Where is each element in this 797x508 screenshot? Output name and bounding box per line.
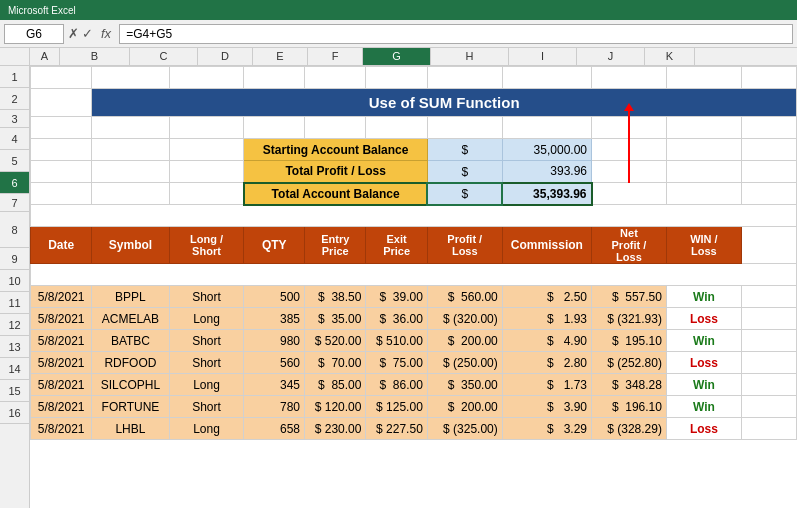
cell-pl-3[interactable]: $ (250.00)	[427, 352, 502, 374]
cell-ls-4[interactable]: Long	[169, 374, 244, 396]
cell-qty-2[interactable]: 980	[244, 330, 305, 352]
row-num-1[interactable]: 1	[0, 66, 29, 88]
main-title-cell[interactable]: Use of SUM Function	[92, 89, 797, 117]
cell-sym-3[interactable]: RDFOOD	[92, 352, 169, 374]
cell-reference-input[interactable]: G6	[4, 24, 64, 44]
cell-win-3[interactable]: Loss	[666, 352, 741, 374]
row-num-8[interactable]: 8	[0, 212, 29, 248]
cell-ls-6[interactable]: Long	[169, 418, 244, 440]
cell-exp-4[interactable]: $ 86.00	[366, 374, 427, 396]
cell-B4[interactable]	[92, 139, 169, 161]
cell-qty-5[interactable]: 780	[244, 396, 305, 418]
cell-J4[interactable]	[666, 139, 741, 161]
row-num-16[interactable]: 16	[0, 402, 29, 424]
cell-E3[interactable]	[305, 117, 366, 139]
cell-K5[interactable]	[741, 161, 796, 183]
cell-A4[interactable]	[31, 139, 92, 161]
col-header-F[interactable]: F	[308, 48, 363, 65]
cell-date-4[interactable]: 5/8/2021	[31, 374, 92, 396]
col-header-B[interactable]: B	[60, 48, 130, 65]
cell-npl-2[interactable]: $ 195.10	[592, 330, 667, 352]
cell-date-1[interactable]: 5/8/2021	[31, 308, 92, 330]
cell-date-6[interactable]: 5/8/2021	[31, 418, 92, 440]
cell-B3[interactable]	[92, 117, 169, 139]
cell-win-4[interactable]: Win	[666, 374, 741, 396]
cell-A2[interactable]	[31, 89, 92, 117]
cell-A6[interactable]	[31, 183, 92, 205]
cell-ls-1[interactable]: Long	[169, 308, 244, 330]
cell-C1[interactable]	[169, 67, 244, 89]
row-num-13[interactable]: 13	[0, 336, 29, 358]
row-num-3[interactable]: 3	[0, 110, 29, 128]
cell-pl-5[interactable]: $ 200.00	[427, 396, 502, 418]
row-num-2[interactable]: 2	[0, 88, 29, 110]
cell-npl-5[interactable]: $ 196.10	[592, 396, 667, 418]
cell-A3[interactable]	[31, 117, 92, 139]
cell-qty-0[interactable]: 500	[244, 286, 305, 308]
cell-D6-label[interactable]: Total Account Balance	[244, 183, 427, 205]
cell-comm-3[interactable]: $ 2.80	[502, 352, 591, 374]
cell-F1[interactable]	[366, 67, 427, 89]
cell-win-5[interactable]: Win	[666, 396, 741, 418]
row-num-7[interactable]: 7	[0, 194, 29, 212]
cell-qty-3[interactable]: 560	[244, 352, 305, 374]
row-num-15[interactable]: 15	[0, 380, 29, 402]
cell-pl-6[interactable]: $ (325.00)	[427, 418, 502, 440]
cell-sym-2[interactable]: BATBC	[92, 330, 169, 352]
cell-A1[interactable]	[31, 67, 92, 89]
cell-npl-4[interactable]: $ 348.28	[592, 374, 667, 396]
cell-ep-1[interactable]: $ 35.00	[305, 308, 366, 330]
cell-pl-0[interactable]: $ 560.00	[427, 286, 502, 308]
cell-pl-1[interactable]: $ (320.00)	[427, 308, 502, 330]
cell-F3[interactable]	[366, 117, 427, 139]
cell-comm-0[interactable]: $ 2.50	[502, 286, 591, 308]
cell-G5-dollar[interactable]: $	[427, 161, 502, 183]
row-num-9[interactable]: 9	[0, 248, 29, 270]
cell-J6[interactable]	[666, 183, 741, 205]
cell-H3[interactable]	[502, 117, 591, 139]
cell-C5[interactable]	[169, 161, 244, 183]
cell-comm-1[interactable]: $ 1.93	[502, 308, 591, 330]
cell-ls-3[interactable]: Short	[169, 352, 244, 374]
col-header-G[interactable]: G	[363, 48, 431, 65]
cell-ep-5[interactable]: $ 120.00	[305, 396, 366, 418]
cell-ls-0[interactable]: Short	[169, 286, 244, 308]
cell-H6-value[interactable]: 35,393.96	[502, 183, 591, 205]
cell-exp-5[interactable]: $ 125.00	[366, 396, 427, 418]
row-num-11[interactable]: 11	[0, 292, 29, 314]
cell-ep-4[interactable]: $ 85.00	[305, 374, 366, 396]
col-header-E[interactable]: E	[253, 48, 308, 65]
formula-input[interactable]: =G4+G5	[119, 24, 793, 44]
cell-win-2[interactable]: Win	[666, 330, 741, 352]
cell-H4-value[interactable]: 35,000.00	[502, 139, 591, 161]
cell-date-3[interactable]: 5/8/2021	[31, 352, 92, 374]
cell-exp-3[interactable]: $ 75.00	[366, 352, 427, 374]
cell-J1[interactable]	[666, 67, 741, 89]
cell-sym-1[interactable]: ACMELAB	[92, 308, 169, 330]
cell-ep-0[interactable]: $ 38.50	[305, 286, 366, 308]
col-header-D[interactable]: D	[198, 48, 253, 65]
cell-comm-6[interactable]: $ 3.29	[502, 418, 591, 440]
cell-sym-5[interactable]: FORTUNE	[92, 396, 169, 418]
row-num-6[interactable]: 6	[0, 172, 29, 194]
confirm-icon[interactable]: ✓	[82, 26, 93, 41]
cell-ep-6[interactable]: $ 230.00	[305, 418, 366, 440]
cell-date-0[interactable]: 5/8/2021	[31, 286, 92, 308]
cell-C4[interactable]	[169, 139, 244, 161]
cell-K1[interactable]	[741, 67, 796, 89]
cell-D5-label[interactable]: Total Profit / Loss	[244, 161, 427, 183]
cell-ep-2[interactable]: $ 520.00	[305, 330, 366, 352]
cell-D4-label[interactable]: Starting Account Balance	[244, 139, 427, 161]
cell-ep-3[interactable]: $ 70.00	[305, 352, 366, 374]
cell-exp-1[interactable]: $ 36.00	[366, 308, 427, 330]
cell-exp-0[interactable]: $ 39.00	[366, 286, 427, 308]
row-num-5[interactable]: 5	[0, 150, 29, 172]
cell-sym-6[interactable]: LHBL	[92, 418, 169, 440]
cell-K3[interactable]	[741, 117, 796, 139]
cell-A5[interactable]	[31, 161, 92, 183]
cell-G1[interactable]	[427, 67, 502, 89]
cell-I1[interactable]	[592, 67, 667, 89]
cell-J3[interactable]	[666, 117, 741, 139]
cell-I6[interactable]	[592, 183, 667, 205]
cell-D3[interactable]	[244, 117, 305, 139]
